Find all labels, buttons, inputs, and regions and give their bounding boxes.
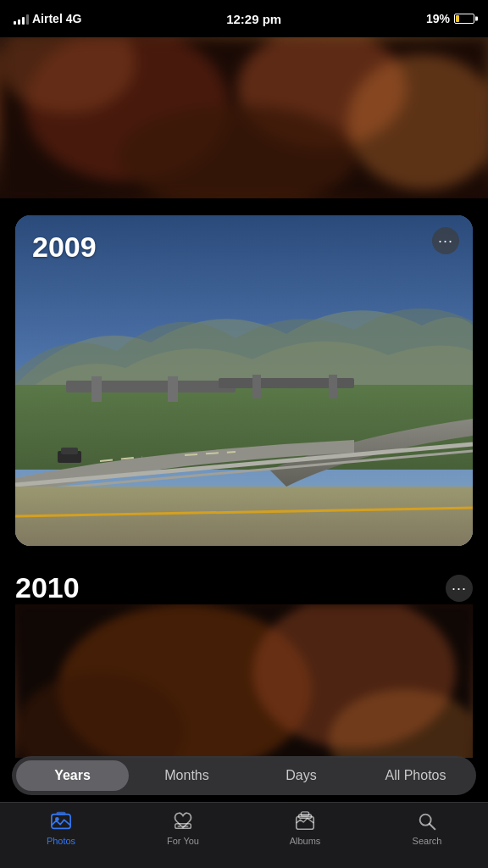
filter-tab-months[interactable]: Months [130,760,243,791]
svg-rect-10 [168,376,178,402]
nav-item-search[interactable]: Search [366,810,488,846]
top-blurred-photo [0,37,488,198]
signal-bars [14,13,29,25]
status-left: Airtel 4G [14,12,81,25]
photos-icon [49,810,73,833]
filter-tab-days[interactable]: Days [245,760,358,791]
albums-icon [293,810,317,833]
bottom-nav: Photos For You Albums [0,802,488,868]
search-icon [415,810,439,833]
year-2009-more-dots: ··· [438,233,453,248]
year-card-2009: 2009 ··· [15,215,473,546]
svg-rect-9 [92,376,102,402]
year-2009-label: 2009 [32,231,97,264]
signal-bar-1 [14,21,16,25]
year-2010-photos [15,604,473,758]
svg-rect-25 [52,815,70,829]
signal-bar-3 [22,17,25,25]
year-2010-header: 2010 ··· [15,571,473,604]
nav-item-photos[interactable]: Photos [0,810,122,846]
svg-rect-29 [178,826,181,826]
scroll-area: 2009 ··· 2010 ··· [0,37,488,758]
nav-label-photos: Photos [47,836,75,846]
nav-label-albums: Albums [290,836,321,846]
signal-bar-4 [26,14,29,25]
year-2010-more-button[interactable]: ··· [446,575,473,602]
battery-icon [454,14,474,24]
status-right: 19% [426,12,474,25]
battery-percent: 19% [426,12,450,25]
nav-label-for-you: For You [167,836,199,846]
year-2009-more-button[interactable]: ··· [432,227,459,254]
nav-item-for-you[interactable]: For You [122,810,244,846]
status-bar: Airtel 4G 12:29 pm 19% [0,0,488,37]
year-2010-more-dots: ··· [452,581,467,596]
svg-point-26 [55,817,59,821]
time-display: 12:29 pm [226,12,281,26]
signal-bar-2 [18,19,20,25]
svg-rect-18 [61,448,78,454]
svg-line-35 [430,824,435,829]
year-2010-label: 2010 [15,571,80,604]
nav-item-albums[interactable]: Albums [244,810,366,846]
filter-tab-years[interactable]: Years [16,760,129,791]
highway-scene-2009 [15,215,473,546]
svg-rect-30 [182,826,188,826]
filter-tabs: Years Months Days All Photos [12,756,476,795]
svg-rect-27 [56,812,65,815]
for-you-icon [171,810,195,833]
year-section-2010: 2010 ··· [0,563,488,758]
filter-tab-allphotos[interactable]: All Photos [359,760,472,791]
carrier-label: Airtel 4G [32,12,81,25]
svg-rect-12 [252,375,261,398]
nav-label-search: Search [413,836,442,846]
filter-tabs-container: Years Months Days All Photos [0,749,488,802]
svg-rect-13 [329,375,337,398]
